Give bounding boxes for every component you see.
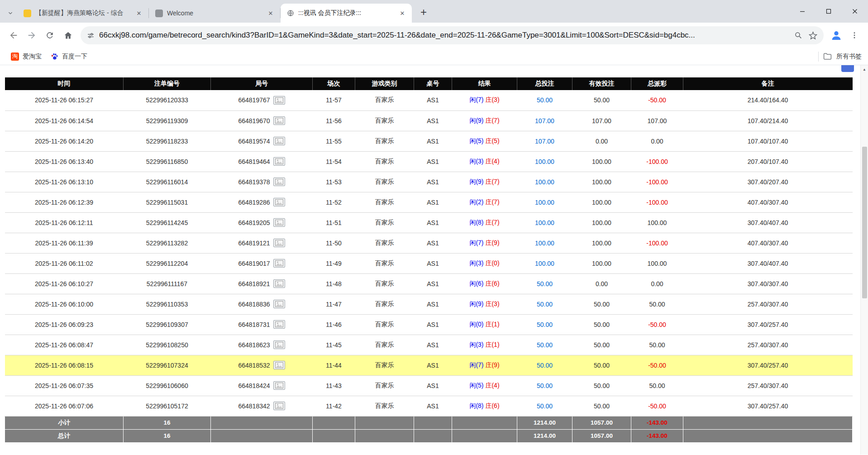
tab-bet-records-active[interactable]: :::视讯 会员下注纪录::: ✕	[281, 4, 412, 23]
cell-payout: -100.00	[631, 192, 683, 212]
cell-result: 闲(7) 庄(9)	[452, 355, 517, 375]
table-row[interactable]: 2025-11-26 06:07:35522996106060664818424…	[5, 375, 853, 396]
table-row[interactable]: 2025-11-26 06:10:27522996111167664818921…	[5, 273, 853, 294]
result-banker: 庄(3)	[485, 300, 499, 307]
table-row[interactable]: 2025-11-26 06:13:40522996116850664819464…	[5, 151, 853, 172]
table-row[interactable]: 2025-11-26 06:14:54522996119309664819670…	[5, 110, 853, 131]
scrollbar-thumb[interactable]	[862, 147, 867, 298]
forward-icon[interactable]	[23, 26, 41, 44]
table-row[interactable]: 2025-11-26 06:07:06522996105172664818342…	[5, 396, 853, 416]
round-preview-icon[interactable]	[273, 340, 285, 349]
cell-note: 407.40/307.40	[683, 233, 853, 253]
cell-table-no: AS1	[414, 294, 452, 314]
scroll-up-arrow-icon[interactable]: ▲	[861, 65, 868, 73]
bet-table-body: 2025-11-26 06:15:27522996120333664819767…	[5, 90, 853, 416]
browser-menu-icon[interactable]	[845, 26, 863, 44]
cell-round: 664819205	[211, 212, 313, 233]
table-row[interactable]: 2025-11-26 06:12:39522996115031664819286…	[5, 192, 853, 212]
round-preview-icon[interactable]	[273, 96, 285, 105]
round-preview-icon[interactable]	[273, 402, 285, 410]
refresh-icon[interactable]	[41, 26, 59, 44]
bookmark-star-icon[interactable]	[806, 28, 820, 43]
bookmark-aitaobao[interactable]: 淘 爱淘宝	[6, 51, 46, 62]
cell-bet-id: 522996108250	[124, 335, 211, 355]
partial-search-button[interactable]	[841, 65, 854, 72]
cell-total-bet: 100.00	[517, 233, 572, 253]
cell-time: 2025-11-26 06:12:39	[5, 192, 124, 212]
zoom-icon[interactable]	[791, 28, 806, 43]
bookmark-label: 百度一下	[62, 53, 87, 61]
table-row[interactable]: 2025-11-26 06:15:27522996120333664819767…	[5, 90, 853, 110]
round-preview-icon[interactable]	[273, 137, 285, 145]
minimize-button[interactable]	[789, 0, 816, 23]
cell-result: 闲(6) 庄(6)	[452, 273, 517, 294]
cell-session: 11-52	[313, 192, 355, 212]
table-row[interactable]: 2025-11-26 06:11:02522996112204664819017…	[5, 253, 853, 273]
round-preview-icon[interactable]	[273, 239, 285, 247]
round-preview-icon[interactable]	[273, 320, 285, 329]
all-bookmarks-label[interactable]: 所有书签	[836, 53, 862, 61]
result-player: 闲(0)	[469, 321, 483, 328]
tab-search-chevron-icon[interactable]	[4, 4, 17, 23]
grand-total-valid-bet: 1057.00	[572, 429, 631, 442]
round-preview-icon[interactable]	[273, 177, 285, 186]
header-round: 局号	[211, 77, 313, 90]
cell-table-no: AS1	[414, 375, 452, 396]
round-preview-icon[interactable]	[273, 279, 285, 288]
round-preview-icon[interactable]	[273, 361, 285, 369]
address-bar[interactable]: 66cxkj98.com/game/betrecord_search/kind3…	[81, 26, 824, 44]
cell-time: 2025-11-26 06:13:40	[5, 151, 124, 172]
bookmark-baidu[interactable]: 百度一下	[46, 51, 92, 62]
cell-result: 闲(7) 庄(9)	[452, 233, 517, 253]
subtotal-count: 16	[124, 416, 211, 429]
result-banker: 庄(7)	[485, 219, 499, 226]
footer-empty-cell	[414, 429, 452, 442]
back-icon[interactable]	[5, 26, 23, 44]
cell-game-type: 百家乐	[355, 375, 414, 396]
table-row[interactable]: 2025-11-26 06:14:20522996118233664819574…	[5, 131, 853, 151]
round-preview-icon[interactable]	[273, 259, 285, 268]
cell-time: 2025-11-26 06:07:35	[5, 375, 124, 396]
round-preview-icon[interactable]	[273, 198, 285, 206]
cell-session: 11-46	[313, 314, 355, 335]
round-preview-icon[interactable]	[273, 218, 285, 227]
table-row[interactable]: 2025-11-26 06:09:23522996109307664818731…	[5, 314, 853, 335]
table-row[interactable]: 2025-11-26 06:12:11522996114245664819205…	[5, 212, 853, 233]
vertical-scrollbar[interactable]: ▲	[860, 65, 868, 455]
tab-title: 【新提醒】海燕策略论坛 - 综合	[35, 9, 130, 17]
table-row[interactable]: 2025-11-26 06:10:00522996110353664818836…	[5, 294, 853, 314]
table-row[interactable]: 2025-11-26 06:13:10522996116014664819378…	[5, 172, 853, 192]
home-icon[interactable]	[59, 26, 77, 44]
cell-game-type: 百家乐	[355, 131, 414, 151]
round-preview-icon[interactable]	[273, 300, 285, 308]
cell-valid-bet: 100.00	[572, 233, 631, 253]
site-settings-icon[interactable]	[87, 32, 95, 39]
tab-welcome[interactable]: Welcome ✕	[149, 4, 280, 23]
cell-table-no: AS1	[414, 253, 452, 273]
cell-payout: 0.00	[631, 273, 683, 294]
maximize-button[interactable]	[816, 0, 842, 23]
close-window-button[interactable]	[842, 0, 868, 23]
tab-forum[interactable]: 【新提醒】海燕策略论坛 - 综合 ✕	[17, 4, 148, 23]
cell-bet-id: 522996110353	[124, 294, 211, 314]
table-row[interactable]: 2025-11-26 06:08:15522996107324664818532…	[5, 355, 853, 375]
round-preview-icon[interactable]	[273, 381, 285, 390]
cell-bet-id: 522996115031	[124, 192, 211, 212]
tab-close-icon[interactable]: ✕	[134, 8, 144, 18]
profile-avatar[interactable]	[827, 26, 845, 44]
tab-close-icon[interactable]: ✕	[397, 8, 407, 18]
result-player: 闲(9)	[469, 300, 483, 307]
table-row[interactable]: 2025-11-26 06:11:39522996113282664819121…	[5, 233, 853, 253]
cell-session: 11-43	[313, 375, 355, 396]
tab-close-icon[interactable]: ✕	[266, 8, 276, 18]
cell-table-no: AS1	[414, 151, 452, 172]
table-row[interactable]: 2025-11-26 06:08:47522996108250664818623…	[5, 335, 853, 355]
cell-total-bet: 50.00	[517, 335, 572, 355]
round-preview-icon[interactable]	[273, 157, 285, 166]
header-valid-bet: 有效投注	[572, 77, 631, 90]
new-tab-button[interactable]: +	[415, 4, 432, 20]
url-text[interactable]: 66cxkj98.com/game/betrecord_search/kind3…	[99, 31, 791, 40]
cell-result: 闲(9) 庄(7)	[452, 172, 517, 192]
bookmark-label: 爱淘宝	[23, 53, 42, 61]
round-preview-icon[interactable]	[273, 116, 285, 125]
